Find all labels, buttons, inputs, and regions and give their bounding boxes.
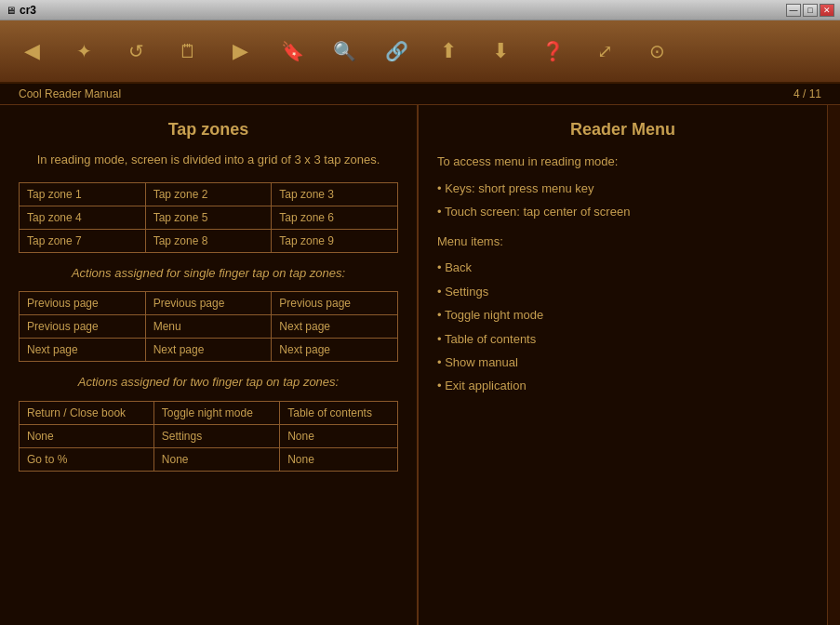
table-row: Tap zone 7 Tap zone 8 Tap zone 9 [20, 229, 398, 252]
page-header: Cool Reader Manual 4 / 11 [0, 84, 840, 105]
table-row: None Settings None [20, 424, 398, 447]
maximize-button[interactable]: □ [803, 4, 818, 17]
page-number: 4 / 11 [793, 87, 821, 100]
menu-dropdown-button[interactable]: ⊙ [633, 26, 681, 76]
tf-1-2: Toggle night mode [153, 401, 279, 424]
single-finger-table: Previous page Previous page Previous pag… [19, 291, 398, 362]
minimize-button[interactable]: — [786, 4, 801, 17]
rotate-button[interactable]: ↺ [112, 26, 160, 76]
help-button[interactable]: ❓ [528, 26, 577, 76]
two-finger-table: Return / Close book Toggle night mode Ta… [19, 401, 398, 472]
two-finger-label: Actions assigned for two finger tap on t… [19, 373, 398, 392]
tf-2-3: None [280, 424, 398, 447]
zone-6: Tap zone 6 [272, 206, 398, 229]
document-button[interactable]: 🗒 [164, 26, 212, 76]
zone-3: Tap zone 3 [272, 182, 398, 206]
zoom-button[interactable]: 🔍 [320, 26, 368, 76]
zone-4: Tap zone 4 [20, 206, 146, 229]
zone-9: Tap zone 9 [272, 229, 398, 252]
toolbar: ◀ ✦ ↺ 🗒 ▶ 🔖 🔍 🔗 ⬆ ⬇ ❓ ⤢ ⊙ [0, 20, 840, 84]
tf-1-1: Return / Close book [20, 401, 154, 424]
zone-2: Tap zone 2 [145, 182, 272, 206]
table-row: Previous page Previous page Previous pag… [20, 292, 398, 315]
table-row: Go to % None None [20, 447, 398, 471]
list-item: Touch screen: tap center of screen [437, 201, 808, 222]
bookmark-button[interactable]: 🔖 [268, 26, 316, 76]
tf-3-1: Go to % [20, 447, 154, 471]
zones-table: Tap zone 1 Tap zone 2 Tap zone 3 Tap zon… [19, 182, 398, 253]
list-item: Keys: short press menu key [437, 178, 808, 199]
up-button[interactable]: ⬆ [424, 26, 473, 76]
down-button[interactable]: ⬇ [476, 26, 525, 76]
tf-2-2: Settings [153, 424, 279, 447]
access-list: Keys: short press menu key Touch screen:… [437, 178, 808, 223]
sf-2-1: Previous page [20, 315, 146, 339]
tf-2-1: None [20, 424, 154, 447]
zone-5: Tap zone 5 [145, 206, 272, 229]
table-row: Return / Close book Toggle night mode Ta… [20, 401, 398, 424]
window-controls: — □ ✕ [786, 4, 834, 17]
sf-2-3: Next page [272, 315, 398, 339]
table-row: Tap zone 1 Tap zone 2 Tap zone 3 [20, 182, 398, 206]
table-row: Tap zone 4 Tap zone 5 Tap zone 6 [20, 206, 398, 229]
single-finger-label: Actions assigned for single finger tap o… [19, 264, 398, 283]
tf-3-3: None [280, 447, 398, 471]
list-item: Back [437, 257, 808, 278]
zone-8: Tap zone 8 [145, 229, 272, 252]
left-page: Tap zones In reading mode, screen is div… [0, 105, 419, 625]
zone-1: Tap zone 1 [20, 182, 146, 206]
tf-1-3: Table of contents [280, 401, 398, 424]
fullscreen-button[interactable]: ⤢ [580, 26, 629, 76]
page-title-header: Cool Reader Manual [19, 87, 121, 100]
sf-3-3: Next page [272, 339, 398, 362]
link-button[interactable]: 🔗 [372, 26, 420, 76]
sf-3-2: Next page [145, 339, 272, 362]
sf-3-1: Next page [20, 339, 146, 362]
close-button[interactable]: ✕ [820, 4, 834, 17]
window-title: cr3 [20, 4, 786, 17]
table-row: Next page Next page Next page [20, 339, 398, 362]
list-item: Settings [437, 281, 808, 302]
list-item: Table of contents [437, 328, 808, 350]
list-item: Toggle night mode [437, 304, 808, 326]
window-titlebar: 🖥 cr3 — □ ✕ [0, 0, 840, 20]
menu-items-list: Back Settings Toggle night mode Table of… [437, 257, 808, 396]
menu-items-label: Menu items: [437, 233, 808, 252]
right-page: Reader Menu To access menu in reading mo… [419, 105, 827, 625]
left-page-title: Tap zones [19, 120, 398, 140]
tf-3-2: None [153, 447, 279, 471]
zone-7: Tap zone 7 [20, 229, 146, 252]
table-row: Previous page Menu Next page [20, 315, 398, 339]
reader-menu-title: Reader Menu [437, 120, 808, 140]
sf-1-1: Previous page [20, 292, 146, 315]
scrollbar[interactable] [827, 105, 840, 625]
sf-1-2: Previous page [145, 292, 272, 315]
left-page-description: In reading mode, screen is divided into … [19, 151, 398, 169]
content-area: Cool Reader Manual 4 / 11 Tap zones In r… [0, 84, 840, 625]
forward-button[interactable]: ▶ [216, 26, 264, 76]
access-text: To access menu in reading mode: [437, 153, 808, 172]
list-item: Show manual [437, 352, 808, 373]
sf-2-2: Menu [145, 315, 272, 339]
magic-button[interactable]: ✦ [60, 26, 108, 76]
sf-1-3: Previous page [272, 292, 398, 315]
back-button[interactable]: ◀ [7, 26, 56, 76]
list-item: Exit application [437, 375, 808, 396]
book-pages: Tap zones In reading mode, screen is div… [0, 105, 840, 625]
